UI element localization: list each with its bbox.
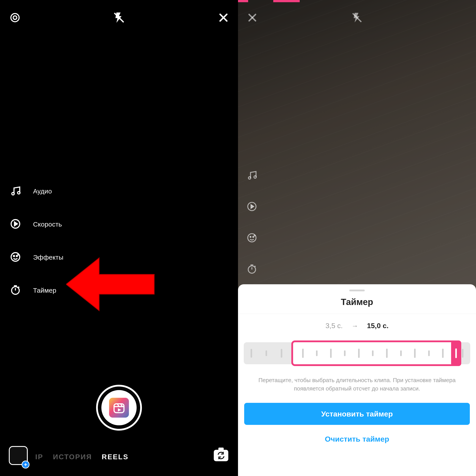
effects-icon: [10, 251, 21, 264]
svg-point-23: [253, 237, 254, 238]
start-time: 3,5 с.: [325, 322, 343, 330]
arrow-right-icon: →: [352, 322, 358, 330]
bottom-bar: + ІР ИСТОРИЯ REELS: [0, 447, 238, 467]
tool-speed-label: Скорость: [33, 221, 62, 228]
end-time: 15,0 с.: [367, 322, 389, 330]
mode-reels[interactable]: REELS: [102, 453, 129, 461]
tool-timer[interactable]: Таймер: [10, 284, 64, 297]
screenshot-left: Аудио Скорость Эффекты: [0, 0, 238, 476]
close-icon[interactable]: [218, 12, 229, 23]
svg-point-1: [13, 16, 17, 19]
gear-icon[interactable]: [9, 12, 21, 24]
reels-tool-icons: [246, 170, 257, 275]
svg-point-22: [250, 237, 251, 238]
speed-icon[interactable]: [246, 201, 257, 213]
reels-tool-list: Аудио Скорость Эффекты: [10, 185, 64, 297]
svg-point-0: [11, 14, 19, 22]
svg-marker-13: [66, 258, 154, 311]
shutter-button[interactable]: [99, 388, 139, 427]
slider-handle[interactable]: [451, 340, 461, 366]
flash-off-icon[interactable]: [113, 12, 125, 24]
clear-timer-button[interactable]: Очистить таймер: [244, 428, 470, 450]
timer-icon[interactable]: [246, 264, 257, 275]
mode-partial[interactable]: ІР: [35, 453, 43, 461]
svg-marker-12: [66, 258, 154, 311]
timer-bottom-sheet: Таймер 3,5 с. → 15,0 с. Перетащите,: [238, 284, 476, 476]
tool-timer-label: Таймер: [33, 287, 56, 294]
annotation-arrow-icon: [66, 256, 159, 320]
add-media-icon[interactable]: +: [22, 460, 30, 469]
mode-history[interactable]: ИСТОРИЯ: [53, 453, 92, 461]
sheet-grab-handle[interactable]: [349, 289, 365, 291]
set-timer-button[interactable]: Установить таймер: [244, 403, 470, 425]
tool-effects-label: Эффекты: [33, 254, 64, 261]
help-text: Перетащите, чтобы выбрать длительность к…: [238, 368, 476, 393]
tool-audio[interactable]: Аудио: [10, 185, 64, 197]
recorded-segment: [238, 0, 248, 2]
music-icon[interactable]: [246, 170, 257, 182]
sheet-title: Таймер: [238, 297, 476, 307]
tool-speed[interactable]: Скорость: [10, 218, 64, 231]
svg-point-19: [254, 176, 256, 178]
recorded-segment: [273, 0, 300, 2]
top-bar: [0, 9, 238, 26]
music-icon: [10, 185, 21, 197]
svg-point-18: [248, 177, 251, 179]
svg-point-10: [16, 255, 17, 256]
speed-icon: [10, 218, 21, 231]
switch-camera-button[interactable]: [213, 448, 229, 463]
effects-icon[interactable]: [246, 232, 257, 244]
screenshot-right: Таймер 3,5 с. → 15,0 с. Перетащите,: [238, 0, 476, 476]
svg-point-6: [18, 191, 20, 194]
timer-icon: [10, 284, 21, 297]
camera-mode-switcher[interactable]: ІР ИСТОРИЯ REELS: [35, 453, 128, 461]
svg-point-11: [12, 287, 19, 294]
top-bar: [238, 9, 476, 26]
flash-off-icon[interactable]: [351, 12, 363, 23]
tool-effects[interactable]: Эффекты: [10, 251, 64, 264]
divider: [238, 314, 476, 314]
duration-slider[interactable]: [244, 337, 470, 368]
time-range-display: 3,5 с. → 15,0 с.: [238, 322, 476, 330]
tool-audio-label: Аудио: [33, 187, 52, 195]
close-icon[interactable]: [247, 12, 258, 23]
svg-point-9: [14, 255, 15, 256]
svg-point-5: [12, 192, 14, 195]
